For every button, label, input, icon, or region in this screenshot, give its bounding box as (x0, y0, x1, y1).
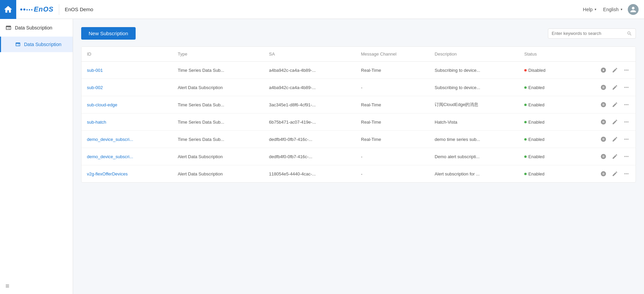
sidebar-group-label: Data Subscription (15, 25, 52, 30)
cell-actions (570, 96, 636, 113)
status-label: Enabled (528, 171, 545, 176)
status-label: Enabled (528, 120, 545, 125)
play-button[interactable] (600, 66, 607, 74)
status-badge: Enabled (524, 102, 545, 107)
language-menu[interactable]: English ▾ (603, 7, 622, 12)
help-menu[interactable]: Help ▾ (583, 7, 596, 12)
table-row: sub-002 Alert Data Subscription a4ba942c… (82, 79, 636, 96)
subscription-id-link[interactable]: v2g-flexOfferDevices (87, 171, 128, 176)
edit-button[interactable] (611, 170, 619, 177)
subscription-id-link[interactable]: demo_device_subscri... (87, 154, 133, 159)
cell-status: Enabled (519, 165, 570, 183)
status-label: Enabled (528, 154, 545, 159)
status-dot-icon (524, 121, 527, 123)
cell-message-channel: Real-Time (355, 62, 429, 79)
sidebar-bottom: ≡ (0, 278, 73, 294)
cell-actions (570, 79, 636, 96)
action-icons (575, 66, 630, 74)
cell-actions (570, 165, 636, 183)
status-badge: Enabled (524, 85, 545, 90)
edit-button[interactable] (611, 84, 619, 91)
table-row: sub-001 Time Series Data Sub... a4ba942c… (82, 62, 636, 79)
cell-message-channel: Real-Time (355, 96, 429, 113)
sidebar-group-header[interactable]: Data Subscription (0, 19, 73, 37)
cell-description: Demo alert subscripti... (429, 148, 519, 165)
status-badge: Disabled (524, 68, 546, 73)
pause-button[interactable] (600, 118, 607, 126)
status-dot-icon (524, 69, 527, 71)
status-badge: Enabled (524, 120, 545, 125)
cell-status: Disabled (519, 62, 570, 79)
edit-button[interactable] (611, 101, 619, 108)
lang-label: English (603, 7, 619, 12)
action-icons (575, 118, 630, 126)
more-options-button[interactable] (623, 84, 630, 91)
cell-id: sub-cloud-edge (82, 96, 172, 113)
pause-button[interactable] (600, 170, 607, 177)
cell-message-channel: - (355, 79, 429, 96)
status-dot-icon (524, 155, 527, 158)
more-options-button[interactable] (623, 170, 630, 177)
more-options-button[interactable] (623, 66, 630, 74)
edit-button[interactable] (611, 118, 619, 126)
cell-description: demo time series sub... (429, 131, 519, 148)
status-label: Enabled (528, 137, 545, 142)
new-subscription-button[interactable]: New Subscription (81, 27, 136, 40)
action-icons (575, 84, 630, 91)
cell-sa: dedfb4f0-0fb7-416c-... (263, 131, 355, 148)
subscription-id-link[interactable]: demo_device_subscri... (87, 137, 133, 142)
cell-description: Hatch-Vista (429, 113, 519, 131)
more-options-button[interactable] (623, 101, 630, 108)
more-options-button[interactable] (623, 118, 630, 126)
table-row: v2g-flexOfferDevices Alert Data Subscrip… (82, 165, 636, 183)
status-dot-icon (524, 104, 527, 106)
cell-type: Alert Data Subscription (172, 165, 263, 183)
pause-button[interactable] (600, 84, 607, 91)
cell-status: Enabled (519, 79, 570, 96)
search-icon (627, 31, 632, 36)
action-icons (575, 170, 630, 177)
lang-caret-icon: ▾ (621, 7, 622, 11)
pause-button[interactable] (600, 135, 607, 143)
subscription-id-link[interactable]: sub-001 (87, 68, 103, 73)
pause-button[interactable] (600, 153, 607, 160)
subscription-id-link[interactable]: sub-hatch (87, 120, 106, 125)
sidebar-active-item-label: Data Subscription (24, 42, 62, 47)
status-badge: Enabled (524, 154, 545, 159)
search-input[interactable] (552, 31, 627, 36)
more-options-button[interactable] (623, 135, 630, 143)
status-dot-icon (524, 138, 527, 141)
pause-button[interactable] (600, 101, 607, 108)
col-actions (570, 47, 636, 62)
sidebar-collapse-icon[interactable]: ≡ (5, 282, 9, 290)
subscription-id-link[interactable]: sub-cloud-edge (87, 102, 117, 107)
edit-button[interactable] (611, 135, 619, 143)
table-row: demo_device_subscri... Time Series Data … (82, 131, 636, 148)
main-content: New Subscription ID Type SA Message Chan… (73, 19, 644, 294)
col-sa: SA (263, 47, 355, 62)
cell-id: demo_device_subscri... (82, 131, 172, 148)
edit-button[interactable] (611, 66, 619, 74)
col-id: ID (82, 47, 172, 62)
cell-description: Subscribing to device... (429, 62, 519, 79)
edit-button[interactable] (611, 153, 619, 160)
col-type: Type (172, 47, 263, 62)
cell-sa: 3ac345e1-d8f6-4cf91-... (263, 96, 355, 113)
subscription-id-link[interactable]: sub-002 (87, 85, 103, 90)
cell-sa: dedfb4f0-0fb7-416c-... (263, 148, 355, 165)
cell-actions (570, 131, 636, 148)
cell-description: 订阅CloudEdge的消息 (429, 96, 519, 113)
status-dot-icon (524, 173, 527, 175)
cell-status: Enabled (519, 148, 570, 165)
home-icon[interactable] (0, 0, 16, 19)
help-caret-icon: ▾ (595, 7, 596, 11)
sidebar-item-data-subscription[interactable]: Data Subscription (0, 37, 73, 52)
cell-status: Enabled (519, 131, 570, 148)
cell-id: sub-002 (82, 79, 172, 96)
more-options-button[interactable] (623, 153, 630, 160)
action-icons (575, 153, 630, 160)
action-icons (575, 101, 630, 108)
user-avatar[interactable] (628, 4, 639, 15)
status-label: Enabled (528, 102, 545, 107)
brand-logo: EnOS (20, 5, 53, 13)
